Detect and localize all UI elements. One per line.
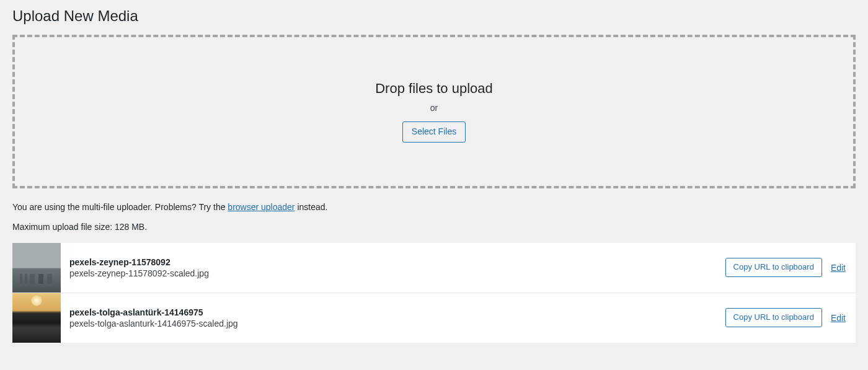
drop-or-text: or	[27, 103, 841, 113]
media-filename: pexels-zeynep-11578092-scaled.jpg	[69, 268, 717, 278]
media-thumbnail	[12, 293, 61, 343]
edit-link[interactable]: Edit	[831, 263, 846, 273]
copy-url-button[interactable]: Copy URL to clipboard	[725, 258, 822, 277]
media-list: pexels-zeynep-11578092 pexels-zeynep-115…	[12, 243, 856, 343]
max-upload-size: Maximum upload file size: 128 MB.	[12, 222, 856, 232]
media-name: pexels-zeynep-11578092	[69, 257, 717, 267]
drop-zone[interactable]: Drop files to upload or Select Files	[12, 35, 856, 188]
media-info: pexels-zeynep-11578092 pexels-zeynep-115…	[61, 251, 725, 284]
copy-url-button[interactable]: Copy URL to clipboard	[725, 308, 822, 327]
media-info: pexels-tolga-aslantürk-14146975 pexels-t…	[61, 301, 725, 335]
media-item: pexels-zeynep-11578092 pexels-zeynep-115…	[12, 243, 856, 293]
select-files-button[interactable]: Select Files	[402, 121, 466, 143]
media-name: pexels-tolga-aslantürk-14146975	[69, 307, 717, 317]
uploader-note-suffix: instead.	[295, 202, 328, 212]
browser-uploader-link[interactable]: browser uploader	[228, 202, 294, 212]
media-thumbnail	[12, 243, 61, 293]
uploader-note: You are using the multi-file uploader. P…	[12, 202, 856, 212]
page-title: Upload New Media	[12, 7, 856, 25]
drop-heading: Drop files to upload	[27, 81, 841, 97]
media-actions: Copy URL to clipboard Edit	[725, 258, 856, 277]
media-actions: Copy URL to clipboard Edit	[725, 308, 856, 327]
media-filename: pexels-tolga-aslanturk-14146975-scaled.j…	[69, 319, 717, 328]
uploader-note-prefix: You are using the multi-file uploader. P…	[12, 202, 228, 212]
edit-link[interactable]: Edit	[831, 313, 846, 323]
media-item: pexels-tolga-aslantürk-14146975 pexels-t…	[12, 293, 856, 343]
